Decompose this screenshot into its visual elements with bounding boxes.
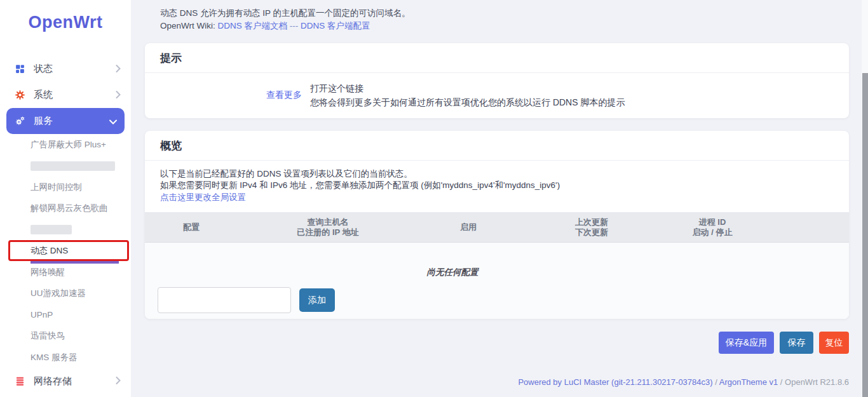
footer-separator: / <box>713 377 719 387</box>
sidebar: OpenWrt 状态 <box>0 0 131 397</box>
footer: Powered by LuCI Master (git-21.211.30217… <box>518 377 849 387</box>
sidebar-nav: 状态 系统 <box>0 56 131 394</box>
luci-version-link[interactable]: Powered by LuCI Master (git-21.211.30217… <box>518 377 712 387</box>
sidebar-item-ddns[interactable]: 动态 DNS <box>0 241 131 262</box>
tips-line-1: 打开这个链接 <box>310 81 625 95</box>
form-actions: 保存&应用 保存 复位 <box>719 332 849 354</box>
save-apply-button[interactable]: 保存&应用 <box>719 332 774 354</box>
sidebar-item-kms-server[interactable]: KMS 服务器 <box>0 347 131 368</box>
openwrt-version-text: / OpenWrt R21.8.6 <box>778 377 849 387</box>
reset-button[interactable]: 复位 <box>819 332 849 354</box>
tips-content: 打开这个链接 您将会得到更多关于如何通过所有设置项优化您的系统以运行 DDNS … <box>310 81 625 109</box>
database-icon <box>14 375 26 387</box>
sidebar-item-upnp[interactable]: UPnP <box>0 304 131 326</box>
redacted-label <box>31 225 72 234</box>
sidebar-item-label: 服务 <box>34 115 109 127</box>
column-header-enabled: 启用 <box>418 222 519 232</box>
see-more-link[interactable]: 查看更多 <box>145 90 302 101</box>
sidebar-item-label: 状态 <box>34 63 116 75</box>
sidebar-item-redacted-1[interactable] <box>0 156 131 177</box>
sidebar-item-internet-time-control[interactable]: 上网时间控制 <box>0 177 131 198</box>
sidebar-item-label: 系统 <box>34 89 116 101</box>
tips-row: 查看更多 打开这个链接 您将会得到更多关于如何通过所有设置项优化您的系统以运行 … <box>145 76 849 115</box>
scrollbar-track <box>862 0 868 397</box>
sidebar-item-wake-on-lan[interactable]: 网络唤醒 <box>0 262 131 283</box>
global-settings-link[interactable]: 点击这里更改全局设置 <box>160 192 246 203</box>
empty-state-text: 尚无任何配置 <box>145 267 760 278</box>
ddns-config-link[interactable]: DDNS 客户端配置 <box>301 21 370 30</box>
column-header-pid-start-stop: 进程 ID启动 / 停止 <box>665 217 760 238</box>
column-header-hostname-ip: 查询主机名已注册的 IP 地址 <box>238 217 418 238</box>
sidebar-item-label: 网络唤醒 <box>31 267 65 278</box>
link-separator: --- <box>290 21 299 30</box>
overview-desc-line-1: 以下是当前已经配置好的 DDNS 设置项列表以及它们的当前状态。 <box>160 168 834 180</box>
table-header-row: 配置 查询主机名已注册的 IP 地址 启用 上次更新下次更新 进程 ID启动 /… <box>145 212 849 243</box>
save-button[interactable]: 保存 <box>780 332 813 354</box>
chevron-down-icon <box>109 116 117 127</box>
add-button[interactable]: 添加 <box>299 288 335 312</box>
sidebar-item-network-storage[interactable]: 网络存储 <box>0 368 131 394</box>
ddns-description: 动态 DNS 允许为拥有动态 IP 的主机配置一个固定的可访问域名。 <box>160 7 410 20</box>
sidebar-item-redacted-2[interactable] <box>0 219 131 241</box>
new-config-name-input[interactable] <box>158 287 291 313</box>
active-item-underline <box>31 261 119 264</box>
sidebar-item-xunlei-fast-bird[interactable]: 迅雷快鸟 <box>0 326 131 347</box>
argon-theme-link[interactable]: ArgonTheme v1 <box>719 377 778 387</box>
overview-card: 概览 以下是当前已经配置好的 DDNS 设置项列表以及它们的当前状态。 如果您需… <box>145 131 849 319</box>
tips-card: 提示 查看更多 打开这个链接 您将会得到更多关于如何通过所有设置项优化您的系统以… <box>145 43 849 118</box>
add-config-row: 添加 <box>158 287 335 313</box>
dashboard-grid-icon <box>14 63 26 75</box>
sidebar-item-label: UPnP <box>31 310 53 320</box>
sidebar-item-unlock-netease-music[interactable]: 解锁网易云灰色歌曲 <box>0 198 131 220</box>
sidebar-item-system[interactable]: 系统 <box>0 82 131 108</box>
tips-title: 提示 <box>145 43 849 73</box>
chevron-right-icon <box>116 375 121 387</box>
sidebar-item-label: 动态 DNS <box>31 245 68 257</box>
table-body: 尚无任何配置 添加 <box>145 243 849 319</box>
sidebar-item-label: UU游戏加速器 <box>31 288 86 299</box>
sidebar-item-services[interactable]: 服务 <box>6 108 125 134</box>
sidebar-item-label: 广告屏蔽大师 Plus+ <box>31 139 106 151</box>
column-header-last-next-update: 上次更新下次更新 <box>519 217 665 238</box>
sidebar-item-label: 迅雷快鸟 <box>31 330 65 342</box>
wiki-label: OpenWrt Wiki: <box>160 21 215 30</box>
gears-icon <box>14 115 26 127</box>
column-header-config: 配置 <box>145 222 238 232</box>
chevron-right-icon <box>116 90 121 101</box>
sidebar-item-label: 解锁网易云灰色歌曲 <box>31 203 108 214</box>
redacted-label <box>31 161 115 171</box>
sidebar-item-status[interactable]: 状态 <box>0 56 131 82</box>
sidebar-item-uu-game-accelerator[interactable]: UU游戏加速器 <box>0 283 131 305</box>
overview-title: 概览 <box>145 131 849 161</box>
gear-icon <box>14 89 26 101</box>
overview-desc-line-2: 如果您需要同时更新 IPv4 和 IPv6 地址，您需要单独添加两个配置项 (例… <box>160 180 834 191</box>
sidebar-item-label: KMS 服务器 <box>31 352 78 363</box>
main-content: 动态 DNS 允许为拥有动态 IP 的主机配置一个固定的可访问域名。 OpenW… <box>131 0 868 397</box>
chevron-right-icon <box>116 64 121 75</box>
page-description: 动态 DNS 允许为拥有动态 IP 的主机配置一个固定的可访问域名。 OpenW… <box>160 7 410 32</box>
sidebar-item-adblock-plus[interactable]: 广告屏蔽大师 Plus+ <box>0 134 131 156</box>
ddns-docs-link[interactable]: DDNS 客户端文档 <box>218 21 288 30</box>
scrollbar-thumb[interactable] <box>862 73 868 397</box>
openwrt-logo[interactable]: OpenWrt <box>0 13 131 32</box>
overview-description: 以下是当前已经配置好的 DDNS 设置项列表以及它们的当前状态。 如果您需要同时… <box>145 161 849 203</box>
tips-line-2: 您将会得到更多关于如何通过所有设置项优化您的系统以运行 DDNS 脚本的提示 <box>310 95 625 109</box>
sidebar-item-label: 网络存储 <box>34 375 116 387</box>
sidebar-item-label: 上网时间控制 <box>31 182 82 193</box>
